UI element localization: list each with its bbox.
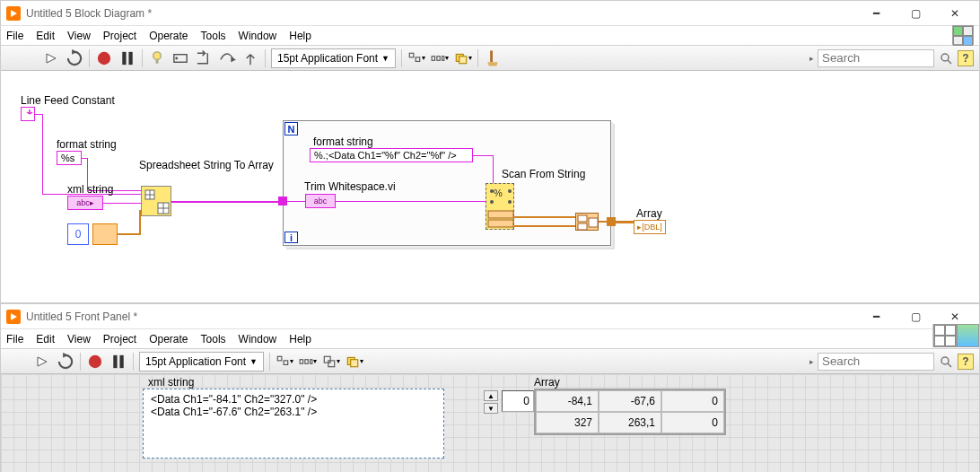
menu-view[interactable]: View [67, 30, 91, 42]
abort-button[interactable] [86, 353, 104, 371]
menu-file[interactable]: File [6, 30, 23, 42]
step-out-button[interactable] [241, 49, 259, 67]
svg-rect-45 [300, 359, 302, 363]
run-button[interactable] [33, 353, 51, 371]
search-icon[interactable] [938, 50, 954, 66]
svg-line-20 [948, 60, 951, 64]
search-input[interactable] [818, 353, 934, 371]
distribute-objects-button[interactable]: ▾ [431, 49, 449, 67]
run-continuous-button[interactable] [66, 49, 83, 67]
dbl-type-constant[interactable] [92, 223, 118, 245]
block-diagram-canvas[interactable]: Line Feed Constant format string %s xml … [1, 71, 979, 280]
menu-help[interactable]: Help [289, 30, 311, 42]
reorder-button[interactable]: ▾ [454, 49, 472, 67]
svg-point-30 [490, 200, 494, 204]
menu-window[interactable]: Window [239, 30, 277, 42]
menu-edit[interactable]: Edit [36, 30, 55, 42]
line-feed-constant-node[interactable] [21, 107, 35, 121]
menu-help[interactable]: Help [289, 333, 311, 345]
svg-point-19 [941, 54, 949, 61]
menu-view[interactable]: View [67, 333, 91, 345]
svg-rect-4 [122, 51, 126, 64]
build-array-node[interactable] [575, 213, 599, 231]
step-into-button[interactable] [195, 49, 213, 67]
svg-rect-43 [277, 356, 282, 361]
svg-rect-51 [351, 359, 358, 366]
svg-point-6 [153, 51, 162, 59]
svg-rect-35 [578, 223, 587, 230]
format-string-inner-constant[interactable]: %.;<Data Ch1="%f" Ch2="%f" /> [310, 148, 473, 162]
step-over-button[interactable] [218, 49, 236, 67]
minimize-button[interactable]: ━ [857, 306, 895, 328]
align-objects-button[interactable]: ▾ [276, 353, 293, 371]
menu-file[interactable]: File [6, 333, 23, 345]
format-string-outer-constant[interactable]: %s [57, 151, 82, 165]
trim-whitespace-node[interactable]: abc [305, 194, 336, 208]
svg-marker-10 [231, 57, 236, 62]
xml-string-control-label: xml string [148, 376, 194, 389]
array-index-spinner[interactable]: ▲ ▼ [484, 390, 498, 414]
svg-marker-2 [72, 49, 77, 55]
reorder-button[interactable]: ▾ [346, 353, 363, 371]
svg-rect-14 [437, 56, 440, 60]
connector-icon-pair[interactable] [932, 324, 979, 347]
resize-objects-button[interactable]: ▾ [322, 353, 340, 371]
window-title: Untitled 5 Block Diagram * [26, 7, 857, 20]
array-indicator-terminal[interactable]: ▸[DBL] [634, 220, 666, 234]
font-selector-label: 15pt Application Font [277, 52, 378, 65]
align-objects-button[interactable]: ▾ [407, 49, 425, 67]
menu-window[interactable]: Window [239, 333, 277, 345]
context-help-button[interactable]: ? [958, 50, 974, 66]
close-button[interactable]: ✕ [936, 3, 974, 24]
cleanup-diagram-button[interactable] [484, 49, 502, 67]
svg-rect-46 [305, 359, 308, 363]
svg-marker-38 [38, 357, 47, 366]
pause-button[interactable] [109, 353, 127, 371]
loop-input-tunnel[interactable] [278, 197, 287, 205]
format-string-outer-label: format string [57, 138, 117, 151]
xml-string-control[interactable]: <Data Ch1="-84.1" Ch2="327.0" /> <Data C… [143, 389, 444, 459]
search-icon[interactable] [938, 354, 954, 370]
svg-rect-11 [409, 53, 414, 57]
menu-operate[interactable]: Operate [149, 30, 188, 42]
menu-operate[interactable]: Operate [149, 333, 188, 345]
svg-marker-0 [11, 10, 17, 17]
maximize-button[interactable]: ▢ [897, 306, 934, 328]
pause-button[interactable] [118, 49, 136, 67]
connector-pane-icon[interactable] [952, 25, 974, 45]
maximize-button[interactable]: ▢ [897, 3, 934, 24]
scroll-arrow-icon[interactable]: ▸ [809, 357, 814, 366]
loop-count-terminal[interactable]: N [284, 122, 298, 135]
scroll-arrow-icon[interactable]: ▸ [809, 54, 814, 63]
menu-project[interactable]: Project [103, 333, 136, 345]
menu-tools[interactable]: Tools [201, 30, 226, 42]
abort-button[interactable] [95, 49, 113, 67]
run-continuous-button[interactable] [57, 353, 74, 371]
spreadsheet-string-to-array-node[interactable] [141, 186, 171, 216]
array-index-value[interactable]: 0 [502, 390, 534, 412]
search-input[interactable] [818, 49, 934, 67]
menu-edit[interactable]: Edit [36, 333, 55, 345]
highlight-execution-button[interactable] [148, 49, 166, 67]
array-indicator[interactable]: -84,1 -67,6 0 327 263,1 0 [534, 389, 726, 435]
loop-output-tunnel[interactable] [607, 217, 616, 226]
font-selector[interactable]: 15pt Application Font ▼ [271, 48, 396, 68]
front-panel-canvas[interactable]: xml string <Data Ch1="-84.1" Ch2="327.0"… [1, 374, 979, 472]
context-help-button[interactable]: ? [958, 354, 974, 370]
svg-rect-48 [324, 356, 330, 363]
menu-project[interactable]: Project [103, 30, 136, 42]
minimize-button[interactable]: ━ [857, 3, 895, 24]
loop-iteration-terminal[interactable]: i [284, 232, 298, 243]
xml-string-terminal[interactable]: abc▸ [67, 196, 103, 210]
menu-tools[interactable]: Tools [201, 333, 226, 345]
retain-wire-values-button[interactable] [171, 49, 189, 67]
svg-point-52 [941, 357, 949, 364]
svg-point-3 [98, 51, 110, 64]
svg-rect-13 [432, 56, 434, 60]
svg-rect-44 [284, 360, 288, 364]
scan-from-string-node[interactable]: % [486, 183, 514, 230]
array-index-constant[interactable]: 0 [67, 223, 89, 245]
run-button[interactable] [42, 49, 60, 67]
distribute-objects-button[interactable]: ▾ [299, 353, 317, 371]
font-selector[interactable]: 15pt Application Font ▼ [139, 352, 264, 371]
